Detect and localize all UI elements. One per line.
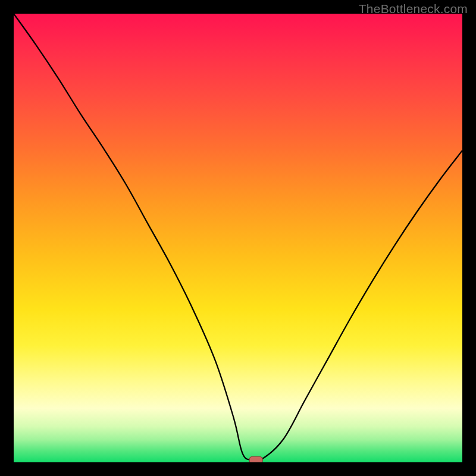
chart-svg xyxy=(14,14,462,462)
minimum-marker xyxy=(249,456,262,462)
bottleneck-curve xyxy=(14,14,462,462)
watermark-text: TheBottleneck.com xyxy=(359,2,468,16)
plot-area xyxy=(14,14,462,462)
chart-frame: TheBottleneck.com xyxy=(0,0,476,476)
